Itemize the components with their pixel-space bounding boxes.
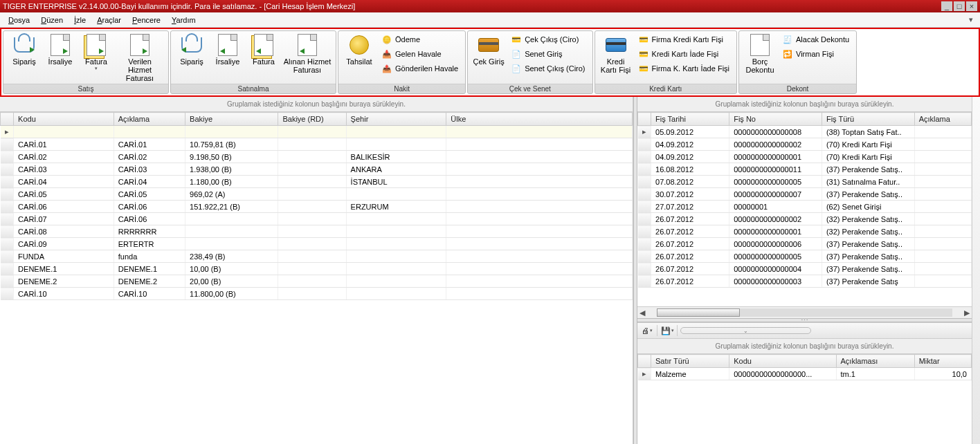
help-icon[interactable]: ▾	[965, 14, 977, 26]
irsaliye-sa-button[interactable]: İrsaliye	[210, 33, 246, 81]
borc-dekontu-button[interactable]: Borç Dekontu	[742, 33, 778, 81]
table-row[interactable]: CARİ.03CARİ.031.938,00 (B)ANKARA	[1, 163, 633, 176]
row-indicator-header[interactable]	[638, 113, 651, 126]
horizontal-splitter[interactable]	[637, 318, 972, 322]
table-row[interactable]: FUNDAfunda238,49 (B)	[1, 250, 633, 263]
column-header[interactable]: Kodu	[729, 355, 836, 368]
kredi-karti-iade-button[interactable]: 💳Kredi Kartı İade Fişi	[635, 47, 732, 61]
gelen-havale-button[interactable]: 📥Gelen Havale	[379, 47, 461, 61]
column-header[interactable]: Satır Türü	[651, 355, 729, 368]
table-cell	[278, 238, 346, 250]
kredi-karti-fisi-button[interactable]: Kredi Kartı Fişi	[598, 33, 634, 81]
filter-row[interactable]: ▸	[1, 126, 633, 138]
column-header[interactable]: Bakiye (RD)	[278, 113, 346, 126]
table-row[interactable]: ▸05.09.20120000000000000008(38) Toptan S…	[638, 126, 972, 138]
alinan-hizmet-faturasi-button[interactable]: Alınan Hizmet Faturası	[282, 33, 333, 81]
table-cell: (37) Perakende Satış..	[822, 263, 914, 275]
table-row[interactable]: CARİ.02CARİ.029.198,50 (B)BALIKESİR	[1, 151, 633, 163]
credit-card-icon: 💳	[638, 34, 649, 45]
table-cell: BALIKESİR	[346, 151, 446, 163]
column-header[interactable]: Fiş Türü	[822, 113, 914, 126]
column-header[interactable]: Fiş No	[729, 113, 822, 126]
table-row[interactable]: CARİ.05CARİ.05969,02 (A)	[1, 188, 633, 201]
table-row[interactable]: CARİ.06CARİ.06151.922,21 (B)ERZURUM	[1, 201, 633, 213]
column-header[interactable]: Kodu	[14, 113, 114, 126]
virman-fisi-button[interactable]: 🔁Virman Fişi	[779, 47, 852, 61]
vertical-splitter[interactable]	[633, 97, 637, 444]
verilen-hizmet-faturasi-button[interactable]: Verilen Hizmet Faturası	[114, 33, 165, 81]
table-row[interactable]: 16.08.20120000000000000011(37) Perakende…	[638, 163, 972, 176]
row-indicator-header[interactable]	[638, 355, 651, 368]
table-row[interactable]: 26.07.20120000000000000005(37) Perakende…	[638, 250, 972, 263]
fatura-sa-button[interactable]: Fatura	[246, 33, 282, 81]
table-row[interactable]: 07.08.20120000000000000005(31) Satınalma…	[638, 176, 972, 188]
left-grid[interactable]: KoduAçıklamaBakiyeBakiye (RD)ŞehirÜlke▸C…	[0, 112, 633, 444]
column-header[interactable]: Açıklaması	[836, 355, 914, 368]
row-indicator-header[interactable]	[1, 113, 14, 126]
siparis-sa-button[interactable]: Sipariş	[174, 33, 210, 81]
save-button[interactable]: 💾	[660, 324, 674, 337]
menu-yardim[interactable]: Yardım	[166, 15, 201, 26]
table-row[interactable]: 26.07.20120000000000000001(32) Perakende…	[638, 225, 972, 238]
label: Senet Çıkış (Ciro)	[525, 64, 585, 73]
table-row[interactable]: CARİ.04CARİ.041.180,00 (B)İSTANBUL	[1, 176, 633, 188]
table-row[interactable]: CARİ.09ERTERTR	[1, 238, 633, 250]
scroll-right-icon[interactable]: ▶	[962, 308, 972, 317]
table-row[interactable]: DENEME.1DENEME.110,00 (B)	[1, 263, 633, 275]
menu-araclar[interactable]: Araçlar	[91, 15, 127, 26]
expand-bar[interactable]: ⌄	[680, 327, 811, 334]
table-row[interactable]: 26.07.20120000000000000006(37) Perakende…	[638, 238, 972, 250]
column-header[interactable]: Bakiye	[185, 113, 278, 126]
table-row[interactable]: ▸Malzeme00000000000000000...tm.110,0	[638, 368, 972, 380]
group-hint-right-bottom[interactable]: Gruplamak istediğiniz kolonun başlığını …	[637, 339, 972, 354]
cek-cikis-button[interactable]: 💳Çek Çıkış (Ciro)	[508, 33, 588, 46]
siparis-button[interactable]: Sipariş	[6, 33, 42, 81]
print-button[interactable]: 🖨	[640, 324, 654, 337]
table-row[interactable]: 04.09.20120000000000000001(70) Kredi Kar…	[638, 151, 972, 163]
column-header[interactable]: Şehir	[346, 113, 446, 126]
table-row[interactable]: 30.07.20120000000000000007(37) Perakende…	[638, 188, 972, 201]
scroll-left-icon[interactable]: ◀	[637, 308, 647, 317]
menu-izle[interactable]: İzle	[69, 15, 91, 26]
odeme-button[interactable]: 🪙Ödeme	[379, 33, 461, 46]
column-header[interactable]: Açıklama	[914, 113, 971, 126]
table-row[interactable]: 27.07.201200000001(62) Senet Girişi	[638, 201, 972, 213]
irsaliye-button[interactable]: İrsaliye	[42, 33, 78, 81]
tahsilat-button[interactable]: Tahsilat	[341, 33, 377, 81]
right-bottom-grid[interactable]: Satır TürüKoduAçıklamasıMiktar▸Malzeme00…	[637, 354, 972, 444]
senet-cikis-button[interactable]: 📄Senet Çıkış (Ciro)	[508, 62, 588, 75]
menu-pencere[interactable]: Pencere	[127, 15, 166, 26]
group-hint-left[interactable]: Gruplamak istediğiniz kolonun başlığını …	[0, 97, 633, 112]
table-row[interactable]: 26.07.20120000000000000004(37) Perakende…	[638, 263, 972, 275]
scroll-thumb[interactable]	[657, 308, 740, 317]
maximize-button[interactable]: □	[954, 1, 965, 11]
gonderilen-havale-button[interactable]: 📤Gönderilen Havale	[379, 62, 461, 75]
table-row[interactable]: 26.07.20120000000000000003(37) Perakende…	[638, 275, 972, 288]
right-top-grid[interactable]: Fiş TarihiFiş NoFiş TürüAçıklama▸05.09.2…	[637, 112, 972, 306]
table-row[interactable]: DENEME.2DENEME.220,00 (B)	[1, 275, 633, 288]
fatura-button[interactable]: Fatura ▾	[78, 33, 114, 81]
column-header[interactable]: Açıklama	[114, 113, 185, 126]
minimize-button[interactable]: _	[941, 1, 952, 11]
menu-duzen[interactable]: Düzen	[35, 15, 69, 26]
table-row[interactable]: 04.09.20120000000000000002(70) Kredi Kar…	[638, 138, 972, 151]
table-cell: (70) Kredi Kartı Fişi	[822, 138, 914, 151]
credit-card-icon	[605, 34, 627, 56]
alacak-dekontu-button[interactable]: 🧾Alacak Dekontu	[779, 33, 852, 46]
menu-dosya[interactable]: Dosya	[3, 15, 35, 26]
firma-kredi-karti-button[interactable]: 💳Firma Kredi Kartı Fişi	[635, 33, 732, 46]
table-row[interactable]: CARİ.10CARİ.1011.800,00 (B)	[1, 288, 633, 300]
column-header[interactable]: Miktar	[914, 355, 971, 368]
table-row[interactable]: CARİ.07CARİ.06	[1, 213, 633, 225]
table-row[interactable]: 26.07.20120000000000000002(32) Perakende…	[638, 213, 972, 225]
senet-giris-button[interactable]: 📄Senet Giriş	[508, 47, 588, 61]
column-header[interactable]: Ülke	[446, 113, 633, 126]
cek-giris-button[interactable]: Çek Giriş	[471, 33, 507, 81]
table-cell: DENEME.1	[14, 263, 114, 275]
table-row[interactable]: CARİ.08RRRRRRR	[1, 225, 633, 238]
group-hint-right-top[interactable]: Gruplamak istediğiniz kolonun başlığını …	[637, 97, 972, 112]
table-row[interactable]: CARİ.01CARİ.0110.759,81 (B)	[1, 138, 633, 151]
firma-karti-iade-button[interactable]: 💳Firma K. Kartı İade Fişi	[635, 62, 732, 75]
column-header[interactable]: Fiş Tarihi	[651, 113, 729, 126]
close-button[interactable]: ×	[966, 1, 977, 11]
